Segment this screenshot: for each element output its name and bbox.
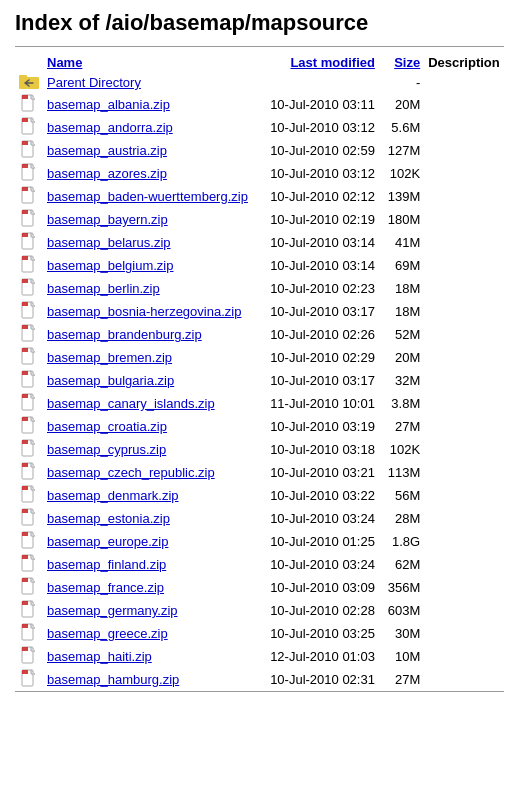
file-modified-cell: 10-Jul-2010 03:12 [257,162,378,185]
file-link[interactable]: basemap_germany.zip [47,603,178,618]
svg-rect-23 [22,325,28,329]
file-modified-cell: 10-Jul-2010 03:12 [257,116,378,139]
file-link[interactable]: Parent Directory [47,75,141,90]
file-link[interactable]: basemap_berlin.zip [47,281,160,296]
name-sort-link[interactable]: Name [47,55,82,70]
col-modified-header[interactable]: Last modified [257,53,378,72]
file-name-cell[interactable]: basemap_bosnia-herzegovina.zip [43,300,257,323]
file-name-cell[interactable]: basemap_brandenburg.zip [43,323,257,346]
file-link[interactable]: basemap_austria.zip [47,143,167,158]
svg-rect-15 [22,233,28,237]
file-name-cell[interactable]: basemap_czech_republic.zip [43,461,257,484]
svg-rect-1 [19,75,27,79]
file-icon-cell [15,622,43,645]
file-icon-cell [15,208,43,231]
file-name-cell[interactable]: basemap_bayern.zip [43,208,257,231]
file-modified-cell: 10-Jul-2010 03:14 [257,254,378,277]
col-size-header[interactable]: Size [379,53,424,72]
file-size-cell: 113M [379,461,424,484]
file-icon-cell [15,438,43,461]
svg-rect-41 [22,532,28,536]
file-name-cell[interactable]: basemap_azores.zip [43,162,257,185]
file-modified-cell: 10-Jul-2010 02:28 [257,599,378,622]
file-link[interactable]: basemap_bayern.zip [47,212,168,227]
file-link[interactable]: basemap_hamburg.zip [47,672,179,687]
svg-rect-13 [22,210,28,214]
file-link[interactable]: basemap_azores.zip [47,166,167,181]
file-link[interactable]: basemap_estonia.zip [47,511,170,526]
file-icon-cell [15,93,43,116]
file-modified-cell: 10-Jul-2010 03:09 [257,576,378,599]
file-link[interactable]: basemap_europe.zip [47,534,168,549]
file-desc-cell [424,392,504,415]
file-name-cell[interactable]: basemap_haiti.zip [43,645,257,668]
file-link[interactable]: basemap_baden-wuerttemberg.zip [47,189,248,204]
file-size-cell: 69M [379,254,424,277]
file-size-cell: 139M [379,185,424,208]
file-name-cell[interactable]: basemap_canary_islands.zip [43,392,257,415]
file-link[interactable]: basemap_belgium.zip [47,258,173,273]
file-link[interactable]: basemap_greece.zip [47,626,168,641]
file-size-cell: 20M [379,93,424,116]
file-name-cell[interactable]: basemap_belgium.zip [43,254,257,277]
file-name-cell[interactable]: basemap_andorra.zip [43,116,257,139]
file-name-cell[interactable]: basemap_baden-wuerttemberg.zip [43,185,257,208]
file-modified-cell: 10-Jul-2010 03:21 [257,461,378,484]
file-icon-cell [15,162,43,185]
file-name-cell[interactable]: basemap_greece.zip [43,622,257,645]
file-name-cell[interactable]: basemap_germany.zip [43,599,257,622]
file-desc-cell [424,162,504,185]
table-row: basemap_berlin.zip10-Jul-2010 02:2318M [15,277,504,300]
file-icon-cell [15,231,43,254]
file-link[interactable]: basemap_albania.zip [47,97,170,112]
table-row: basemap_czech_republic.zip10-Jul-2010 03… [15,461,504,484]
file-name-cell[interactable]: basemap_albania.zip [43,93,257,116]
col-name-header[interactable]: Name [43,53,257,72]
file-size-cell: - [379,72,424,93]
file-name-cell[interactable]: basemap_bulgaria.zip [43,369,257,392]
file-link[interactable]: basemap_finland.zip [47,557,166,572]
file-modified-cell: 10-Jul-2010 03:17 [257,369,378,392]
file-name-cell[interactable]: basemap_estonia.zip [43,507,257,530]
svg-rect-17 [22,256,28,260]
file-name-cell[interactable]: basemap_denmark.zip [43,484,257,507]
table-row: basemap_andorra.zip10-Jul-2010 03:125.6M [15,116,504,139]
size-sort-link[interactable]: Size [394,55,420,70]
file-link[interactable]: basemap_france.zip [47,580,164,595]
file-link[interactable]: basemap_brandenburg.zip [47,327,202,342]
table-row: basemap_germany.zip10-Jul-2010 02:28603M [15,599,504,622]
file-link[interactable]: basemap_canary_islands.zip [47,396,215,411]
file-link[interactable]: basemap_bosnia-herzegovina.zip [47,304,241,319]
file-name-cell[interactable]: basemap_austria.zip [43,139,257,162]
file-name-cell[interactable]: basemap_cyprus.zip [43,438,257,461]
file-name-cell[interactable]: basemap_finland.zip [43,553,257,576]
file-link[interactable]: basemap_haiti.zip [47,649,152,664]
file-name-cell[interactable]: Parent Directory [43,72,257,93]
file-link[interactable]: basemap_czech_republic.zip [47,465,215,480]
file-size-cell: 30M [379,622,424,645]
file-link[interactable]: basemap_bremen.zip [47,350,172,365]
file-link[interactable]: basemap_cyprus.zip [47,442,166,457]
file-link[interactable]: basemap_croatia.zip [47,419,167,434]
file-desc-cell [424,323,504,346]
file-name-cell[interactable]: basemap_berlin.zip [43,277,257,300]
file-link[interactable]: basemap_denmark.zip [47,488,179,503]
file-link[interactable]: basemap_andorra.zip [47,120,173,135]
svg-rect-5 [22,118,28,122]
file-name-cell[interactable]: basemap_europe.zip [43,530,257,553]
file-name-cell[interactable]: basemap_croatia.zip [43,415,257,438]
file-link[interactable]: basemap_bulgaria.zip [47,373,174,388]
file-modified-cell: 10-Jul-2010 03:22 [257,484,378,507]
file-name-cell[interactable]: basemap_bremen.zip [43,346,257,369]
file-desc-cell [424,116,504,139]
file-size-cell: 102K [379,162,424,185]
modified-sort-link[interactable]: Last modified [290,55,375,70]
file-name-cell[interactable]: basemap_hamburg.zip [43,668,257,691]
file-modified-cell: 11-Jul-2010 10:01 [257,392,378,415]
file-link[interactable]: basemap_belarus.zip [47,235,171,250]
file-name-cell[interactable]: basemap_france.zip [43,576,257,599]
file-modified-cell: 10-Jul-2010 03:24 [257,507,378,530]
file-desc-cell [424,553,504,576]
file-name-cell[interactable]: basemap_belarus.zip [43,231,257,254]
table-row: basemap_haiti.zip12-Jul-2010 01:0310M [15,645,504,668]
